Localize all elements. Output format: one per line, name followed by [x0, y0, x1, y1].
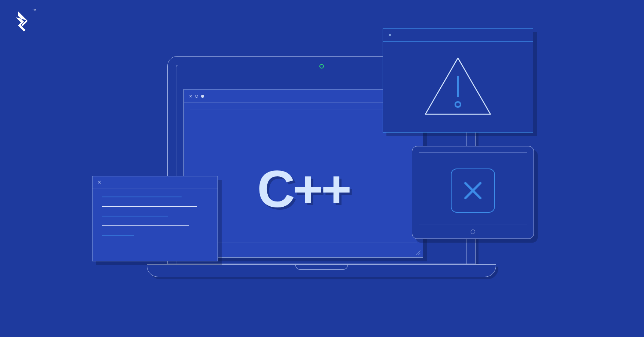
- toptal-icon: [13, 10, 31, 33]
- home-button-icon: [471, 230, 475, 234]
- close-icon: [189, 93, 192, 100]
- text-titlebar: ×: [92, 176, 218, 188]
- maximize-icon: [201, 95, 204, 98]
- warning-titlebar: ×: [383, 29, 533, 42]
- text-line: [102, 225, 189, 226]
- text-content: [92, 188, 218, 244]
- x-icon: [462, 180, 483, 201]
- text-line: [102, 216, 168, 216]
- text-line: [102, 206, 197, 207]
- toptal-logo: [13, 10, 31, 33]
- svg-point-1: [455, 102, 461, 107]
- text-window: ×: [92, 176, 218, 261]
- text-line: [102, 235, 134, 236]
- minimize-icon: [195, 95, 198, 98]
- text-line: [102, 197, 182, 197]
- laptop-base: [147, 264, 496, 277]
- tablet-illustration: [412, 146, 534, 239]
- trademark-symbol: ™: [32, 8, 36, 12]
- close-icon: ×: [388, 32, 392, 39]
- cpp-label: C++: [257, 159, 350, 219]
- resize-handle-icon: [415, 250, 420, 255]
- close-icon: ×: [98, 179, 101, 186]
- laptop-notch: [295, 264, 348, 270]
- error-app-icon: [451, 168, 495, 213]
- warning-dialog: ×: [383, 28, 533, 133]
- warning-triangle-icon: [422, 55, 493, 119]
